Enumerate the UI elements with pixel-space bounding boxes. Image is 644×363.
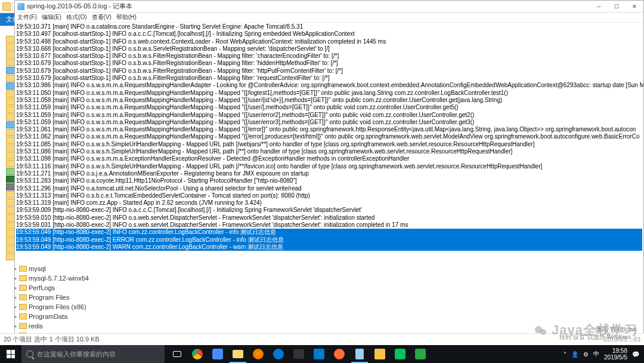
log-line[interactable]: 19:53:10.371 [main] INFO o.a.catalina.co… — [16, 23, 642, 30]
folder-icon[interactable] — [6, 67, 15, 74]
log-line[interactable]: 19:53:11.116 [main] INFO o.s.w.s.h.Simpl… — [16, 163, 642, 170]
folder-icon[interactable] — [6, 36, 15, 43]
tray-people-icon[interactable]: 👤 — [571, 351, 578, 358]
app-terminal[interactable] — [289, 345, 309, 363]
log-line[interactable]: 19:53:59.009 [http-nio-8080-exec-2] INFO… — [16, 207, 642, 214]
folder-icon — [2, 2, 11, 11]
app-zoom[interactable] — [208, 345, 228, 363]
folder-icon[interactable] — [6, 59, 15, 66]
folder-icon[interactable] — [6, 199, 15, 206]
taskbar-search[interactable]: 在这里输入你要搜索的内容 — [21, 345, 165, 363]
tray-ime-icon[interactable]: 中 — [593, 350, 599, 358]
folder-icon[interactable] — [6, 245, 15, 253]
folder-icon[interactable] — [6, 160, 15, 167]
log-line-selected[interactable]: 19:53:59.049 [http-nio-8080-exec-2] ERRO… — [16, 236, 642, 244]
log-line[interactable]: 19:53:11.283 [main] INFO o.a.coyote.http… — [16, 177, 642, 184]
task-view-button[interactable] — [167, 345, 187, 363]
log-line-selected[interactable]: 19:53:59.049 [http-nio-8080-exec-2] INFO… — [16, 229, 642, 236]
tree-item[interactable]: ▸mysql-5.7.12-winx64 — [7, 273, 97, 283]
log-line[interactable]: 19:53:10.986 [main] INFO o.s.w.s.m.m.a.R… — [16, 82, 642, 89]
log-line[interactable]: 19:53:10.679 [localhost-startStop-1] INF… — [16, 67, 642, 75]
folder-icon[interactable] — [6, 121, 15, 128]
log-line[interactable]: 19:53:11.085 [main] INFO o.s.w.s.h.Simpl… — [16, 141, 642, 148]
tray-chevron-icon[interactable]: ˄ — [564, 351, 566, 358]
log-line[interactable]: 19:53:11.058 [main] INFO o.s.w.s.m.m.a.R… — [16, 97, 642, 104]
close-button[interactable]: ✕ — [626, 1, 643, 12]
folder-icon[interactable] — [6, 106, 15, 113]
log-line[interactable]: 19:53:10.679 [localhost-startStop-1] INF… — [16, 75, 642, 82]
app-chrome[interactable] — [187, 345, 208, 363]
log-line[interactable]: 19:53:59.010 [http-nio-8080-exec-2] INFO… — [16, 214, 642, 222]
folder-icon[interactable] — [6, 129, 15, 136]
menu-help[interactable]: 帮助(H) — [116, 13, 137, 21]
menu-edit[interactable]: 编辑(E) — [42, 13, 61, 21]
folder-icon[interactable] — [6, 183, 15, 190]
log-line[interactable]: 19:53:10.498 [localhost-startStop-1] INF… — [16, 38, 642, 45]
folder-icon[interactable] — [6, 44, 15, 51]
log-line[interactable]: 19:53:59.031 [http-nio-8080-exec-2] INFO… — [16, 222, 642, 229]
app-vscode[interactable] — [309, 345, 329, 363]
log-line[interactable]: 19:53:11.059 [main] INFO o.s.w.s.m.m.a.R… — [16, 104, 642, 111]
app-navicat[interactable] — [370, 345, 390, 363]
tree-item[interactable]: ▸PerfLogs — [7, 283, 97, 293]
folder-icon[interactable] — [6, 98, 15, 105]
folder-icon[interactable] — [6, 82, 15, 90]
folder-icon[interactable] — [6, 113, 15, 121]
tree-item[interactable]: ▸Program Files (x86) — [7, 302, 97, 312]
app-firefox[interactable] — [248, 345, 268, 363]
notification-icon[interactable]: 💬 — [632, 351, 639, 358]
app-explorer[interactable] — [228, 345, 248, 363]
folder-icon[interactable] — [6, 214, 15, 222]
folder-icon[interactable] — [6, 207, 15, 214]
folder-icon[interactable] — [6, 75, 15, 82]
log-line[interactable]: 19:53:10.497 [localhost-startStop-1] INF… — [16, 30, 642, 38]
folder-icon[interactable] — [6, 222, 15, 229]
folder-icon[interactable] — [6, 230, 15, 237]
tree-item[interactable]: ▸ProgramData — [7, 312, 97, 321]
taskbar-clock[interactable]: 19:58 2019/5/5 — [604, 347, 627, 361]
system-tray[interactable]: ˄ 👤 ⚙ 中 19:58 2019/5/5 💬 — [564, 347, 644, 361]
folder-icon[interactable] — [6, 144, 15, 152]
log-line[interactable]: 19:53:11.050 [main] INFO o.s.w.s.m.m.a.R… — [16, 90, 642, 97]
log-line-selected[interactable]: 19:53:59.049 [http-nio-8080-exec-2] WARN… — [16, 244, 642, 251]
menu-view[interactable]: 查看(V) — [92, 13, 112, 21]
app-unknown[interactable] — [410, 345, 431, 363]
log-line[interactable]: 19:53:11.098 [main] INFO o.s.w.s.m.m.a.E… — [16, 155, 642, 162]
log-line[interactable]: 19:53:10.679 [localhost-startStop-1] INF… — [16, 60, 642, 67]
folder-icon[interactable] — [6, 137, 15, 144]
app-notepad[interactable] — [349, 345, 370, 363]
tray-network-icon[interactable]: ⚙ — [583, 351, 589, 358]
tree-item[interactable]: ▸redis — [7, 321, 97, 331]
app-postman[interactable] — [329, 345, 349, 363]
maximize-button[interactable]: ☐ — [608, 1, 626, 12]
folder-icon[interactable] — [6, 191, 15, 198]
log-line[interactable]: 19:53:11.061 [main] INFO o.s.w.s.m.m.a.R… — [16, 126, 642, 133]
log-line[interactable]: 19:53:10.677 [localhost-startStop-1] INF… — [16, 53, 642, 60]
folder-icon[interactable] — [6, 238, 15, 245]
folder-icon[interactable] — [6, 51, 15, 59]
music-icon[interactable] — [6, 176, 15, 183]
log-line[interactable]: 19:53:11.059 [main] INFO o.s.w.s.m.m.a.R… — [16, 119, 642, 126]
menu-file[interactable]: 文件(F) — [17, 13, 37, 21]
tree-item[interactable]: ▸mysql — [7, 264, 97, 273]
log-line[interactable]: 19:53:11.271 [main] INFO o.s.j.e.a.Annot… — [16, 170, 642, 177]
folder-icon[interactable] — [6, 90, 15, 97]
app-wechat[interactable] — [390, 345, 410, 363]
tree-item[interactable]: ▸Program Files — [7, 293, 97, 302]
log-line[interactable]: 19:53:11.296 [main] INFO o.a.tomcat.util… — [16, 185, 642, 192]
log-line[interactable]: 19:53:11.313 [main] INFO o.s.b.c.e.t.Tom… — [16, 192, 642, 199]
folder-icon[interactable] — [6, 168, 15, 175]
log-line[interactable]: 19:53:11.319 [main] INFO com.zz.App - St… — [16, 199, 642, 207]
app-edge[interactable] — [268, 345, 289, 363]
notepad-titlebar[interactable]: spring-log.2019-05-05.0.log - 记事本 ─ ☐ ✕ — [15, 1, 643, 13]
folder-icon[interactable] — [6, 253, 15, 260]
log-line[interactable]: 19:53:11.059 [main] INFO o.s.w.s.m.m.a.R… — [16, 112, 642, 119]
minimize-button[interactable]: ─ — [590, 1, 608, 12]
start-button[interactable] — [0, 345, 21, 363]
log-line[interactable]: 19:53:11.086 [main] INFO o.s.w.s.h.Simpl… — [16, 148, 642, 155]
log-line[interactable]: 19:53:11.062 [main] INFO o.s.w.s.m.m.a.R… — [16, 133, 642, 140]
notepad-text-area[interactable]: 19:53:10.371 [main] INFO o.a.catalina.co… — [15, 23, 643, 362]
folder-icon[interactable] — [6, 152, 15, 159]
log-line[interactable]: 19:53:10.668 [localhost-startStop-1] INF… — [16, 45, 642, 53]
menu-format[interactable]: 格式(O) — [66, 13, 86, 21]
